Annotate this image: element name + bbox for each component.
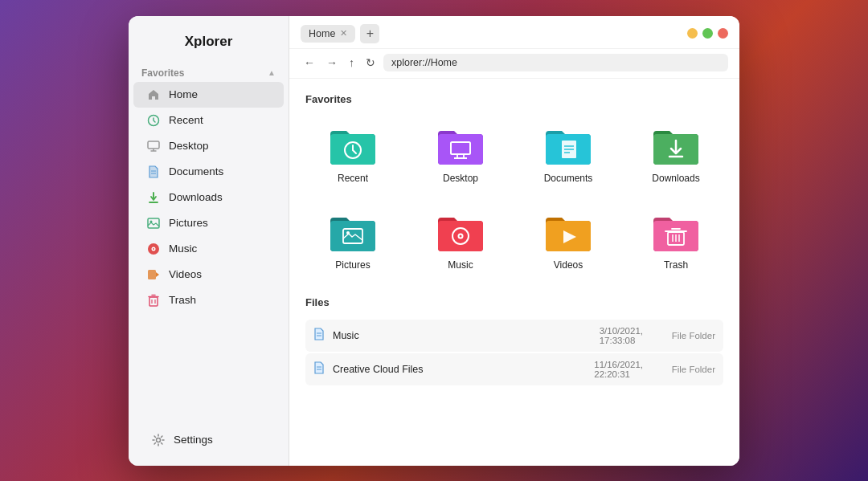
sidebar-item-videos-label: Videos: [169, 268, 202, 280]
forward-icon: →: [326, 56, 338, 69]
files-list: Music 3/10/2021, 17:33:08 File Folder: [305, 320, 723, 385]
folder-trash-icon: [650, 210, 702, 255]
sidebar-item-home[interactable]: Home: [133, 82, 284, 108]
up-icon: ↑: [349, 56, 354, 69]
tab-close-icon[interactable]: ✕: [340, 29, 347, 38]
tab-bar: Home ✕ +: [301, 24, 681, 43]
main-content: Home ✕ + ← → ↑: [289, 16, 739, 466]
svg-rect-15: [149, 297, 158, 306]
svg-point-12: [153, 248, 154, 250]
sidebar-item-documents[interactable]: Documents: [133, 159, 284, 185]
folder-documents-label: Documents: [544, 173, 593, 184]
folder-downloads-label: Downloads: [652, 173, 699, 184]
app-window: Xplorer Favorites ▲ Home Recent: [129, 16, 739, 466]
tab-home[interactable]: Home ✕: [301, 25, 355, 43]
folder-recent-label: Recent: [338, 173, 368, 184]
sidebar-item-music[interactable]: Music: [133, 236, 284, 262]
trash-icon: [146, 293, 161, 308]
file-name: Music: [333, 330, 592, 341]
favorites-section-label: Favorites: [141, 67, 184, 79]
favorites-label: Favorites: [305, 93, 723, 105]
close-button[interactable]: [718, 28, 728, 39]
file-row[interactable]: Creative Cloud Files 11/16/2021, 22:20:3…: [305, 353, 723, 385]
file-icon: [313, 361, 325, 377]
sidebar-settings-label: Settings: [174, 434, 213, 446]
tab-add-button[interactable]: +: [360, 24, 379, 43]
folder-recent[interactable]: Recent: [305, 116, 400, 190]
folder-downloads[interactable]: Downloads: [628, 116, 723, 190]
folder-videos-label: Videos: [554, 259, 583, 271]
sidebar-item-recent-label: Recent: [169, 114, 203, 126]
sidebar: Xplorer Favorites ▲ Home Recent: [129, 16, 289, 466]
back-icon: ←: [304, 56, 315, 69]
tab-add-icon: +: [366, 26, 374, 41]
settings-icon: [151, 433, 166, 447]
svg-rect-1: [148, 141, 159, 149]
folder-downloads-icon: [650, 123, 702, 168]
sidebar-item-pictures-label: Pictures: [169, 217, 208, 229]
sidebar-item-home-label: Home: [169, 88, 198, 100]
svg-rect-13: [148, 270, 156, 279]
folder-trash[interactable]: Trash: [628, 203, 723, 277]
sidebar-item-recent[interactable]: Recent: [133, 108, 284, 133]
folder-recent-icon: [327, 123, 379, 168]
refresh-icon: ↻: [366, 56, 375, 69]
refresh-button[interactable]: ↻: [362, 55, 379, 71]
folder-pictures[interactable]: Pictures: [305, 203, 400, 277]
address-bar[interactable]: [383, 54, 728, 71]
sidebar-bottom: Settings: [129, 427, 289, 453]
file-name: Creative Cloud Files: [333, 364, 586, 375]
content-area: Favorites Recent: [289, 79, 739, 466]
app-title: Xplorer: [129, 16, 289, 63]
sidebar-item-downloads-label: Downloads: [169, 191, 223, 203]
folder-videos-icon: [542, 210, 594, 255]
sidebar-item-documents-label: Documents: [169, 165, 223, 177]
desktop-icon: [146, 139, 161, 153]
file-icon: [313, 328, 325, 344]
folder-desktop[interactable]: Desktop: [413, 116, 508, 190]
pictures-icon: [146, 216, 161, 230]
folder-music-icon: [435, 210, 486, 255]
svg-point-36: [460, 234, 462, 237]
home-icon: [146, 88, 161, 102]
chevron-right-icon: ▲: [268, 68, 276, 77]
up-button[interactable]: ↑: [346, 55, 358, 71]
documents-icon: [146, 165, 161, 179]
sidebar-item-music-label: Music: [169, 243, 197, 255]
sidebar-item-settings[interactable]: Settings: [138, 427, 279, 453]
svg-point-20: [157, 438, 161, 442]
downloads-icon: [146, 190, 161, 205]
maximize-button[interactable]: [702, 28, 713, 39]
forward-button[interactable]: →: [323, 55, 341, 71]
recent-icon: [146, 113, 161, 128]
file-type: File Folder: [651, 365, 715, 374]
files-label: Files: [305, 296, 723, 308]
window-controls: [687, 28, 728, 39]
sidebar-item-downloads[interactable]: Downloads: [133, 185, 284, 210]
folder-pictures-label: Pictures: [335, 259, 370, 271]
sidebar-item-desktop[interactable]: Desktop: [133, 133, 284, 159]
back-button[interactable]: ←: [301, 55, 318, 71]
file-row[interactable]: Music 3/10/2021, 17:33:08 File Folder: [305, 320, 723, 352]
folder-desktop-label: Desktop: [443, 173, 478, 184]
sidebar-item-pictures[interactable]: Pictures: [133, 210, 284, 236]
sidebar-item-desktop-label: Desktop: [169, 140, 209, 152]
svg-marker-14: [156, 272, 159, 277]
sidebar-item-videos[interactable]: Videos: [133, 262, 284, 287]
favorites-grid: Recent Desktop: [305, 116, 723, 277]
file-type: File Folder: [651, 331, 715, 340]
folder-music[interactable]: Music: [413, 203, 508, 277]
file-date: 11/16/2021, 22:20:31: [594, 360, 643, 379]
folder-videos[interactable]: Videos: [521, 203, 616, 277]
folder-documents[interactable]: Documents: [521, 116, 616, 190]
folder-music-label: Music: [448, 259, 473, 271]
sidebar-item-trash-label: Trash: [169, 294, 196, 306]
file-date: 3/10/2021, 17:33:08: [600, 326, 643, 345]
nav-bar: ← → ↑ ↻: [289, 49, 739, 79]
folder-trash-label: Trash: [664, 259, 688, 271]
favorites-section-header: Favorites ▲: [129, 63, 289, 82]
folder-desktop-icon: [435, 123, 486, 168]
sidebar-item-trash[interactable]: Trash: [133, 287, 284, 313]
videos-icon: [146, 267, 161, 282]
minimize-button[interactable]: [687, 28, 698, 39]
